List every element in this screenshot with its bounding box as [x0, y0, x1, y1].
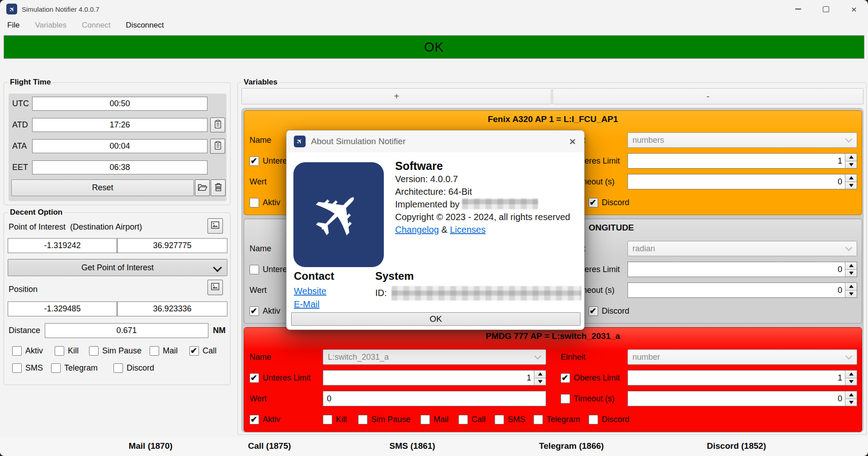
spin-value: 0 — [838, 265, 845, 274]
remove-variable-button[interactable]: - — [552, 88, 863, 104]
reset-button[interactable]: Reset — [11, 179, 194, 196]
unteres-limit-spinner[interactable]: 1 — [323, 370, 546, 385]
get-poi-dropdown[interactable]: Get Point of Interest — [8, 259, 227, 276]
spin-up-button[interactable] — [845, 371, 857, 378]
spin-down-button[interactable] — [845, 161, 857, 169]
einheit-combobox[interactable]: numbers — [627, 132, 857, 148]
checkbox-timeout-s-[interactable]: Timeout (s) — [561, 393, 614, 404]
checkbox-discord[interactable]: Discord — [589, 197, 629, 208]
einheit-combobox[interactable]: number — [627, 349, 857, 365]
spin-down-button[interactable] — [845, 182, 857, 189]
spin-up-button[interactable] — [845, 283, 857, 291]
checkbox-telegram[interactable]: Telegram — [533, 414, 580, 425]
checkbox-box — [458, 415, 468, 424]
flight-utc-field[interactable]: 00:50 — [32, 97, 208, 111]
spin-up-button[interactable] — [845, 174, 857, 182]
minimize-button[interactable] — [784, 0, 812, 18]
oberes-limit-spinner[interactable]: 0 — [627, 262, 857, 277]
oberes-limit-spinner[interactable]: 1 — [627, 370, 857, 385]
checkbox-label: Kill — [336, 415, 347, 424]
architecture-line: Architecture: 64-Bit — [395, 185, 578, 198]
checkbox-aktiv[interactable]: Aktiv — [250, 414, 280, 425]
checkbox-aktiv[interactable]: Aktiv — [250, 305, 280, 317]
checkbox-discord[interactable]: Discord — [589, 305, 629, 317]
spin-up-button[interactable] — [534, 371, 546, 378]
spin-up-button[interactable] — [845, 391, 857, 399]
checkbox-label: Telegram — [64, 363, 98, 373]
checkbox-mail[interactable]: Mail — [420, 414, 448, 425]
arrow-down-icon — [849, 401, 854, 404]
checkbox-label: Kill — [68, 346, 79, 356]
poi-latitude-field[interactable]: -1.319242 — [8, 238, 117, 253]
variable-panel-title: ONGITUDE — [589, 223, 634, 233]
flight-utc-label: UTC — [12, 97, 29, 111]
position-latitude-field[interactable]: -1.329485 — [8, 301, 117, 316]
checkbox-sms[interactable]: SMS — [495, 414, 525, 425]
position-map-button[interactable] — [208, 280, 223, 295]
menu-item-disconnect[interactable]: Disconnect — [126, 21, 164, 30]
menu-item-connect[interactable]: Connect — [82, 21, 110, 30]
menu-item-file[interactable]: File — [7, 21, 19, 30]
checkbox-discord[interactable]: Discord — [589, 414, 629, 425]
checkbox-sms[interactable]: SMS — [12, 362, 43, 374]
redacted-author — [462, 198, 538, 209]
spin-down-button[interactable] — [845, 378, 857, 385]
licenses-link[interactable]: Licenses — [450, 225, 486, 235]
flight-atd-field[interactable]: 17:26 — [32, 118, 208, 132]
checkbox-unteres-limit[interactable]: Unteres Limit — [250, 372, 311, 384]
timeout-spinner[interactable]: 0 — [627, 174, 857, 189]
folder-icon — [198, 183, 208, 193]
changelog-link[interactable]: Changelog — [395, 225, 439, 235]
arrow-up-icon — [849, 393, 854, 396]
delete-flight-button[interactable] — [211, 179, 226, 196]
position-longitude-field[interactable]: 36.923336 — [117, 301, 227, 316]
flight-atd-clipboard-button[interactable] — [210, 118, 225, 132]
name-combobox[interactable]: L:switch_2031_a — [323, 349, 546, 365]
menu-item-variables[interactable]: Variables — [35, 21, 66, 30]
checkbox-sim-pause[interactable]: Sim Pause — [358, 414, 410, 425]
about-dialog-close-button[interactable]: × — [569, 136, 576, 147]
checkbox-call[interactable]: Call — [189, 345, 217, 357]
checkbox-sim-pause[interactable]: Sim Pause — [89, 345, 142, 357]
distance-field[interactable]: 0.671 — [45, 323, 208, 338]
flight-ata-clipboard-button[interactable] — [210, 139, 225, 154]
spin-down-button[interactable] — [534, 378, 546, 385]
checkbox-label: Mail — [434, 415, 448, 424]
close-button[interactable]: × — [840, 0, 868, 18]
spin-down-button[interactable] — [845, 291, 857, 298]
checkbox-kill[interactable]: Kill — [55, 345, 79, 357]
timeout-spinner[interactable]: 0 — [627, 391, 857, 406]
checkbox-discord[interactable]: Discord — [113, 362, 154, 374]
app-window: ✈ Simulation Notifier 4.0.0.7 × FileVari… — [0, 0, 868, 456]
redacted-system-id — [392, 286, 581, 301]
about-dialog-titlebar: ✈ About Simulation Notifier × — [287, 131, 584, 152]
poi-longitude-field[interactable]: 36.927775 — [117, 238, 227, 253]
wert-field[interactable]: 0 — [323, 391, 546, 406]
menu-bar: FileVariablesConnectDisconnect — [0, 18, 868, 33]
name-label: Name — [250, 132, 271, 148]
checkbox-aktiv[interactable]: Aktiv — [12, 345, 43, 357]
load-flight-button[interactable] — [195, 179, 210, 196]
checkbox-kill[interactable]: Kill — [323, 414, 347, 425]
timeout-spinner[interactable]: 0 — [627, 282, 857, 298]
poi-map-button[interactable] — [208, 218, 223, 234]
checkbox-mail[interactable]: Mail — [150, 345, 178, 357]
checkbox-call[interactable]: Call — [458, 414, 486, 425]
add-variable-button[interactable]: + — [241, 88, 552, 104]
about-ok-button[interactable]: OK — [291, 312, 580, 326]
checkbox-box — [358, 415, 368, 424]
spin-up-button[interactable] — [845, 154, 857, 161]
spin-down-button[interactable] — [845, 399, 857, 406]
checkbox-oberes-limit[interactable]: Oberes Limit — [561, 372, 620, 384]
maximize-button[interactable] — [812, 0, 840, 18]
oberes-limit-spinner[interactable]: 1 — [627, 153, 857, 169]
checkbox-telegram[interactable]: Telegram — [51, 362, 98, 374]
spin-down-button[interactable] — [845, 270, 857, 277]
website-link[interactable]: Website — [294, 286, 326, 296]
einheit-combobox[interactable]: radian — [627, 241, 857, 256]
flight-eet-field[interactable]: 06:38 — [32, 160, 208, 174]
email-link[interactable]: E-Mail — [294, 299, 320, 309]
checkbox-aktiv[interactable]: Aktiv — [250, 197, 280, 208]
spin-up-button[interactable] — [845, 262, 857, 270]
flight-ata-field[interactable]: 00:04 — [32, 139, 208, 153]
